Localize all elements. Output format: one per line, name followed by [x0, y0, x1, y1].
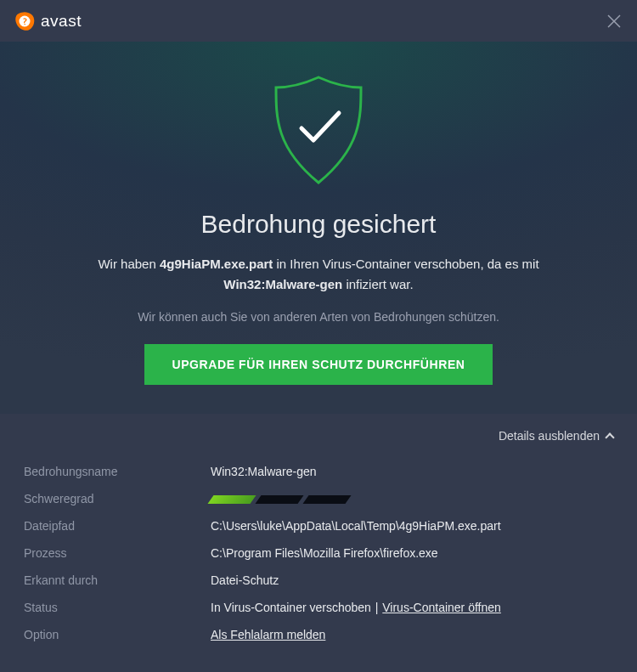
details-panel: Bedrohungsname Win32:Malware-gen Schwere… — [0, 443, 637, 672]
close-button[interactable] — [603, 7, 625, 36]
shield-wrap — [34, 76, 603, 186]
detail-value-option: Als Fehlalarm melden — [211, 628, 613, 641]
hero-section: Bedrohung gesichert Wir haben 4g9HiaPM.e… — [0, 42, 637, 414]
detail-row-filepath: Dateipfad C:\Users\luke\AppData\Local\Te… — [24, 512, 613, 539]
detail-row-threat-name: Bedrohungsname Win32:Malware-gen — [24, 458, 613, 485]
details-toggle-row: Details ausblenden — [0, 414, 637, 443]
upgrade-button[interactable]: UPGRADE FÜR IHREN SCHUTZ DURCHFÜHREN — [144, 344, 492, 385]
severity-indicator — [211, 492, 613, 504]
desc-prefix: Wir haben — [98, 257, 160, 271]
detail-label: Bedrohungsname — [24, 465, 211, 478]
detail-value-filepath: C:\Users\luke\AppData\Local\Temp\4g9HiaP… — [211, 519, 613, 533]
detail-label: Option — [24, 628, 211, 641]
brand-logo: avast — [15, 11, 82, 31]
description: Wir haben 4g9HiaPM.exe.part in Ihren Vir… — [34, 254, 603, 295]
detail-label: Prozess — [24, 546, 211, 560]
details-toggle-label: Details ausblenden — [499, 429, 600, 443]
avast-popup-window: avast Bedrohung gesichert Wir haben 4g9H… — [0, 0, 637, 672]
severity-bar-1 — [207, 495, 256, 504]
desc-threat: Win32:Malware-gen — [223, 277, 342, 291]
detail-label: Status — [24, 601, 211, 614]
detail-value-status: In Virus-Container verschoben | Virus-Co… — [211, 601, 613, 614]
shield-check-icon — [273, 76, 364, 186]
headline: Bedrohung gesichert — [34, 210, 603, 239]
detail-row-status: Status In Virus-Container verschoben | V… — [24, 594, 613, 621]
detail-value-process: C:\Program Files\Mozilla Firefox\firefox… — [211, 546, 613, 560]
detail-row-process: Prozess C:\Program Files\Mozilla Firefox… — [24, 539, 613, 567]
desc-suffix: infiziert war. — [342, 277, 413, 291]
detail-value-severity — [211, 492, 613, 505]
desc-mid: in Ihren Virus-Container verschoben, da … — [273, 257, 538, 271]
severity-bar-3 — [302, 495, 351, 504]
severity-bar-2 — [255, 495, 303, 504]
detail-value-detected-by: Datei-Schutz — [211, 573, 613, 587]
report-false-positive-link[interactable]: Als Fehlalarm melden — [211, 628, 325, 641]
avast-logo-icon — [15, 11, 36, 31]
detail-label: Dateipfad — [24, 519, 211, 533]
brand-name: avast — [41, 12, 82, 31]
detail-row-option: Option Als Fehlalarm melden — [24, 621, 613, 648]
status-text: In Virus-Container verschoben — [211, 601, 371, 614]
detail-row-severity: Schweregrad — [24, 485, 613, 512]
close-icon — [606, 14, 622, 29]
titlebar: avast — [0, 0, 637, 42]
chevron-up-icon — [605, 432, 614, 442]
open-virus-container-link[interactable]: Virus-Container öffnen — [382, 601, 501, 614]
info-line: Wir können auch Sie von anderen Arten vo… — [34, 310, 603, 324]
detail-value-threat-name: Win32:Malware-gen — [211, 465, 613, 478]
detail-label: Erkannt durch — [24, 573, 211, 587]
details-toggle[interactable]: Details ausblenden — [499, 429, 613, 443]
detail-label: Schweregrad — [24, 492, 211, 505]
detail-row-detected-by: Erkannt durch Datei-Schutz — [24, 567, 613, 594]
desc-filename: 4g9HiaPM.exe.part — [160, 257, 273, 271]
status-separator: | — [372, 601, 381, 614]
